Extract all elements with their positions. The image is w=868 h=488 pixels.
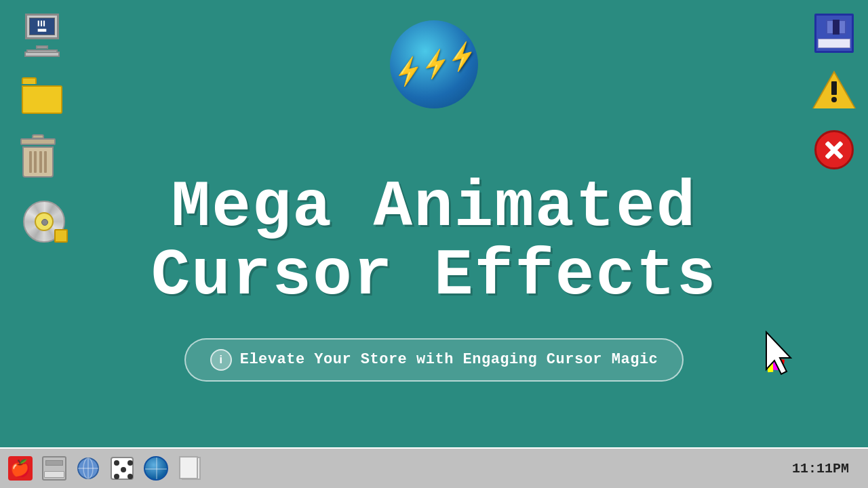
animated-cursor-icon: [753, 325, 800, 380]
taskbar-printer-button[interactable]: [39, 453, 69, 483]
info-icon: i: [210, 349, 232, 371]
warning-icon[interactable]: [814, 72, 854, 111]
right-sidebar-icons: [814, 14, 854, 169]
apple-icon: 🍎: [8, 456, 33, 481]
trash-icon[interactable]: [20, 134, 56, 178]
taskbar: 🍎: [0, 447, 868, 488]
taskbar-dice-button[interactable]: [107, 453, 137, 483]
documents-icon: [178, 456, 202, 481]
floppy-disk-icon[interactable]: [814, 14, 854, 53]
folder-icon[interactable]: [20, 77, 64, 114]
taskbar-network-button[interactable]: [73, 453, 103, 483]
error-close-icon[interactable]: [814, 130, 854, 169]
logo-lightning-icon: ⚡⚡⚡: [390, 40, 478, 89]
taskbar-documents-button[interactable]: [175, 453, 205, 483]
network-icon: [76, 456, 100, 481]
left-sidebar-icons: ▌▌▌ ▄▄▄: [20, 14, 68, 245]
dice-icon: [111, 457, 134, 480]
subtitle-info-button[interactable]: i Elevate Your Store with Engaging Curso…: [184, 338, 684, 382]
app-logo: ⚡⚡⚡: [390, 20, 478, 108]
taskbar-clock: 11:11PM: [792, 461, 863, 476]
main-area: ⚡⚡⚡ Mega Animated Cursor Effects i Eleva…: [0, 0, 868, 447]
taskbar-globe-button[interactable]: [141, 453, 171, 483]
computer-icon[interactable]: ▌▌▌ ▄▄▄: [20, 14, 64, 57]
page-title: Mega Animated Cursor Effects: [151, 174, 717, 311]
subtitle-text: Elevate Your Store with Engaging Cursor …: [240, 351, 658, 368]
cd-icon[interactable]: [20, 198, 68, 245]
taskbar-apple-button[interactable]: 🍎: [5, 453, 35, 483]
globe-icon: [144, 456, 168, 481]
printer-icon: [42, 456, 66, 481]
